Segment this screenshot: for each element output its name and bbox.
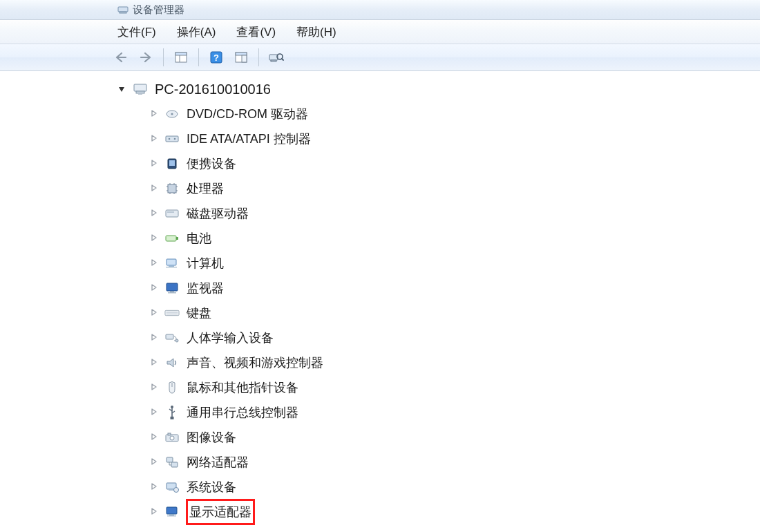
- scan-hardware-button[interactable]: [266, 47, 287, 68]
- toolbar: ?: [0, 44, 760, 71]
- expand-arrow-icon[interactable]: [151, 110, 159, 118]
- collapse-arrow-icon[interactable]: [117, 85, 126, 93]
- network-icon: [164, 455, 180, 470]
- svg-rect-15: [136, 91, 144, 93]
- forward-button[interactable]: [135, 47, 156, 68]
- system-device-icon: [164, 479, 180, 495]
- expand-arrow-icon[interactable]: [151, 458, 159, 466]
- monitor-icon: [164, 281, 180, 296]
- tree-item-label: 便携设备: [187, 151, 236, 176]
- svg-rect-54: [168, 433, 171, 435]
- expand-arrow-icon[interactable]: [151, 234, 159, 243]
- tree-item-label: 人体学输入设备: [187, 325, 274, 350]
- svg-point-18: [171, 113, 173, 115]
- menu-action[interactable]: 操作(A): [177, 24, 216, 40]
- toolbar-separator: [258, 48, 259, 66]
- tree-item-label: DVD/CD-ROM 驱动器: [187, 102, 308, 126]
- menu-file[interactable]: 文件(F): [117, 24, 156, 40]
- tree-item-label: 显示适配器: [187, 500, 254, 524]
- tree-item[interactable]: 图像设备: [117, 425, 760, 450]
- tree-item-label: 通用串行总线控制器: [187, 400, 298, 425]
- tree-item-label: 键盘: [187, 301, 211, 325]
- help-icon: ?: [209, 50, 223, 64]
- expand-arrow-icon[interactable]: [151, 508, 159, 516]
- expand-arrow-icon[interactable]: [151, 184, 159, 193]
- keyboard-icon: [164, 305, 180, 321]
- svg-rect-10: [269, 55, 278, 60]
- processor-icon: [164, 181, 180, 196]
- tree-item[interactable]: IDE ATA/ATAPI 控制器: [117, 126, 760, 151]
- toolbar-separator: [198, 48, 199, 66]
- tree-root-label: PC-201610010016: [155, 77, 271, 102]
- expand-arrow-icon[interactable]: [151, 334, 159, 342]
- tree-item[interactable]: 网络适配器: [117, 450, 760, 475]
- sound-icon: [164, 355, 180, 370]
- svg-rect-56: [171, 462, 178, 467]
- menu-help[interactable]: 帮助(H): [296, 24, 336, 40]
- device-tree[interactable]: PC-201610010016 DVD/CD-ROM 驱动器 IDE ATA/A…: [0, 71, 760, 524]
- back-button[interactable]: [111, 47, 131, 68]
- tree-item[interactable]: 通用串行总线控制器: [117, 400, 760, 425]
- tree-item[interactable]: 键盘: [117, 301, 760, 325]
- computer-category-icon: [164, 256, 180, 271]
- svg-line-13: [282, 59, 283, 60]
- svg-rect-23: [169, 160, 175, 166]
- window-title: 设备管理器: [133, 3, 184, 17]
- tree-item[interactable]: 声音、视频和游戏控制器: [117, 350, 760, 375]
- properties-button[interactable]: [171, 47, 191, 68]
- expand-arrow-icon[interactable]: [151, 135, 159, 143]
- expand-arrow-icon[interactable]: [151, 209, 159, 218]
- tree-item-label: 声音、视频和游戏控制器: [187, 350, 323, 375]
- computer-icon: [133, 82, 148, 97]
- tree-item-label: 网络适配器: [187, 450, 249, 475]
- tree-item[interactable]: DVD/CD-ROM 驱动器: [117, 102, 760, 126]
- tree-item[interactable]: 显示适配器: [117, 500, 760, 524]
- ide-controller-icon: [164, 131, 180, 146]
- svg-rect-36: [176, 237, 178, 240]
- expand-arrow-icon[interactable]: [151, 284, 159, 292]
- expand-arrow-icon[interactable]: [151, 160, 159, 168]
- optical-drive-icon: [164, 106, 180, 122]
- svg-rect-38: [169, 265, 174, 267]
- svg-point-61: [174, 488, 179, 493]
- detail-pane-button[interactable]: [231, 47, 251, 68]
- svg-rect-39: [166, 267, 177, 268]
- tree-root[interactable]: PC-201610010016: [117, 77, 760, 102]
- svg-rect-60: [169, 489, 174, 491]
- svg-point-21: [174, 138, 176, 140]
- imaging-icon: [164, 430, 180, 445]
- expand-arrow-icon[interactable]: [151, 408, 159, 417]
- svg-point-53: [170, 436, 174, 440]
- expand-arrow-icon[interactable]: [151, 433, 159, 441]
- tree-item[interactable]: 电池: [117, 226, 760, 251]
- help-button[interactable]: ?: [206, 47, 227, 68]
- tree-item-label: 处理器: [187, 176, 224, 201]
- tree-item[interactable]: 监视器: [117, 276, 760, 301]
- svg-rect-19: [166, 136, 178, 142]
- svg-text:?: ?: [213, 53, 219, 63]
- back-arrow-icon: [114, 51, 128, 64]
- tree-item[interactable]: 磁盘驱动器: [117, 201, 760, 226]
- expand-arrow-icon[interactable]: [151, 309, 159, 317]
- tree-item[interactable]: 鼠标和其他指针设备: [117, 375, 760, 400]
- mouse-icon: [164, 380, 180, 395]
- tree-item[interactable]: 人体学输入设备: [117, 325, 760, 350]
- expand-arrow-icon[interactable]: [151, 359, 159, 367]
- tree-item[interactable]: 计算机: [117, 251, 760, 276]
- svg-rect-34: [167, 211, 174, 213]
- expand-arrow-icon[interactable]: [151, 483, 159, 491]
- usb-icon: [164, 405, 180, 420]
- svg-rect-55: [167, 457, 173, 462]
- portable-device-icon: [164, 156, 180, 171]
- expand-arrow-icon[interactable]: [151, 383, 159, 392]
- device-manager-window: 设备管理器 文件(F) 操作(A) 查看(V) 帮助(H) ?: [0, 0, 760, 532]
- svg-rect-16: [138, 93, 142, 95]
- tree-item[interactable]: 系统设备: [117, 475, 760, 500]
- menu-view[interactable]: 查看(V): [236, 24, 276, 40]
- expand-arrow-icon[interactable]: [151, 259, 159, 267]
- tree-item[interactable]: 便携设备: [117, 151, 760, 176]
- hid-icon: [164, 330, 180, 345]
- tree-item[interactable]: 处理器: [117, 176, 760, 201]
- display-adapter-icon: [164, 504, 180, 520]
- tree-item-label: 电池: [187, 226, 211, 251]
